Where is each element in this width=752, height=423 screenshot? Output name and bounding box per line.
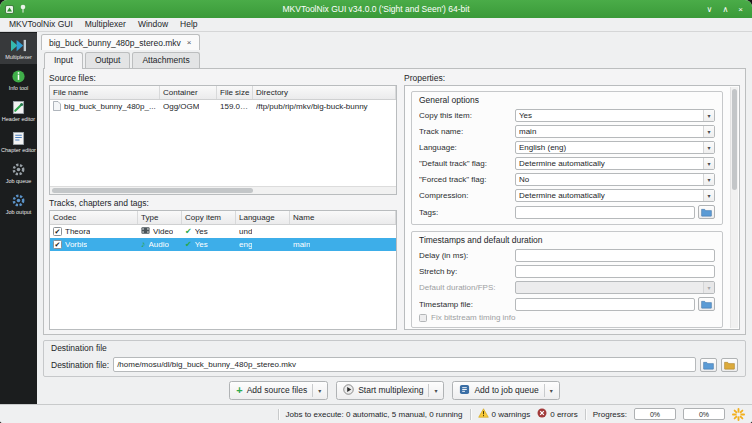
sidebar-item-job-output[interactable]: Job output: [0, 188, 37, 219]
sidebar-item-job-queue[interactable]: Job queue: [0, 157, 37, 188]
tool-sidebar: Multiplexer Info tool Header editor Chap…: [0, 32, 37, 404]
folder-icon: [701, 295, 712, 313]
source-files-horizontal-scrollbar[interactable]: [50, 186, 396, 194]
copy-item-cell: ✔ Yes: [182, 225, 236, 238]
mkvtoolnix-window: MKVToolNix GUI v34.0.0 ('Sight and Seen'…: [0, 0, 752, 423]
button-separator: [544, 384, 545, 397]
scrollbar-thumb[interactable]: [52, 188, 253, 193]
properties-panel: General options Copy this item: Yes ▾: [404, 85, 740, 330]
source-file-row[interactable]: big_buck_bunny_480p_... Ogg/OGM 159.0 Mi…: [50, 100, 396, 113]
column-header-name[interactable]: Name: [290, 211, 396, 224]
progress-label: Progress:: [593, 410, 627, 419]
column-header-language[interactable]: Language: [236, 211, 290, 224]
warnings-status: 0 warnings: [478, 408, 531, 420]
language-select[interactable]: English (eng) ▾: [515, 141, 715, 154]
close-button[interactable]: ×: [738, 2, 743, 17]
delay-input[interactable]: [515, 249, 715, 262]
titlebar[interactable]: MKVToolNix GUI v34.0.0 ('Sight and Seen'…: [0, 0, 752, 18]
start-multiplexing-button[interactable]: Start multiplexing ▾: [336, 381, 444, 400]
tab-close-icon[interactable]: ×: [187, 39, 192, 47]
add-to-job-queue-label: Add to job queue: [474, 385, 538, 395]
dropdown-arrow-icon[interactable]: ▾: [434, 387, 437, 394]
column-header-codec[interactable]: Codec: [50, 211, 138, 224]
browse-timestamp-file-button[interactable]: [698, 297, 715, 311]
destination-file-input[interactable]: /home/mosu/dl/big_buck_bunny_480p_stereo…: [113, 357, 696, 372]
codec-cell: ✔ Vorbis: [50, 238, 138, 251]
minimize-button[interactable]: ∨: [707, 2, 713, 17]
source-files-table[interactable]: File name Container File size Directory …: [49, 85, 397, 195]
tab-attachments[interactable]: Attachments: [132, 52, 199, 68]
source-files-label: Source files:: [49, 73, 397, 85]
track-checkbox[interactable]: ✔: [53, 240, 62, 249]
scrollbar-thumb[interactable]: [732, 89, 737, 190]
sidebar-item-label: Chapter editor: [1, 147, 36, 153]
timestamp-file-label: Timestamp file:: [419, 300, 511, 309]
compression-label: Compression:: [419, 191, 511, 200]
track-name-combobox[interactable]: main ▾: [515, 125, 715, 138]
sidebar-item-label: Job queue: [6, 178, 32, 184]
forced-track-flag-select[interactable]: No ▾: [515, 173, 715, 186]
tracks-label: Tracks, chapters and tags:: [49, 198, 397, 210]
error-icon: [537, 408, 547, 420]
column-header-file-name[interactable]: File name: [50, 86, 160, 99]
stretch-by-input[interactable]: [515, 265, 715, 278]
properties-label: Properties:: [404, 73, 740, 85]
default-track-flag-select[interactable]: Determine automatically ▾: [515, 157, 715, 170]
track-checkbox[interactable]: ✔: [53, 227, 62, 236]
column-header-container[interactable]: Container: [160, 86, 217, 99]
menu-multiplexer[interactable]: Multiplexer: [79, 18, 132, 31]
menu-window[interactable]: Window: [132, 18, 174, 31]
browse-tags-button[interactable]: [698, 205, 715, 219]
tracks-empty-area: [50, 251, 396, 329]
dropdown-arrow-icon[interactable]: ▾: [318, 387, 321, 394]
sidebar-item-multiplexer[interactable]: Multiplexer: [0, 33, 37, 64]
tags-input[interactable]: [515, 206, 695, 219]
add-to-job-queue-button[interactable]: Add to job queue ▾: [452, 381, 559, 400]
dropdown-arrow-icon: ▾: [703, 110, 714, 121]
checkmark-icon: ✔: [55, 241, 61, 248]
progress-bar-current: 0%: [634, 408, 676, 420]
tab-input[interactable]: Input: [44, 52, 83, 69]
dropdown-arrow-icon: ▾: [703, 174, 714, 185]
column-header-directory[interactable]: Directory: [253, 86, 396, 99]
tracks-table[interactable]: Codec Type Copy item Language Name ✔ The…: [49, 210, 397, 330]
copy-this-item-select[interactable]: Yes ▾: [515, 109, 715, 122]
track-name-label: Track name:: [419, 127, 511, 136]
column-header-copy-item[interactable]: Copy item: [182, 211, 236, 224]
column-header-file-size[interactable]: File size: [217, 86, 253, 99]
source-files-empty-area: [50, 113, 396, 186]
plus-icon: +: [236, 385, 242, 396]
column-header-type[interactable]: Type: [138, 211, 182, 224]
sidebar-item-info-tool[interactable]: Info tool: [0, 64, 37, 95]
menu-help[interactable]: Help: [174, 18, 203, 31]
browse-destination-button[interactable]: [700, 358, 717, 372]
document-tab[interactable]: big_buck_bunny_480p_stereo.mkv ×: [41, 34, 200, 50]
type-cell: Video: [138, 225, 182, 238]
compression-select[interactable]: Determine automatically ▾: [515, 189, 715, 202]
menu-mkvtoolnix-gui[interactable]: MKVToolNix GUI: [3, 18, 79, 31]
menubar: MKVToolNix GUI Multiplexer Window Help: [0, 18, 752, 32]
track-row-video[interactable]: ✔ Theora Video ✔ Yes: [50, 225, 396, 238]
multiplexer-icon: [10, 37, 27, 53]
dropdown-arrow-icon[interactable]: ▾: [550, 387, 553, 394]
statusbar-separator: [585, 409, 586, 420]
open-destination-folder-button[interactable]: [721, 358, 738, 372]
properties-scrollbar[interactable]: [730, 87, 738, 328]
tab-output[interactable]: Output: [85, 52, 131, 68]
sidebar-item-chapter-editor[interactable]: Chapter editor: [0, 126, 37, 157]
app-icon[interactable]: [5, 0, 14, 18]
pin-icon[interactable]: [19, 0, 27, 18]
track-row-audio[interactable]: ✔ Vorbis ♪ Audio ✔ Yes: [50, 238, 396, 251]
header-editor-icon: [11, 99, 26, 115]
sidebar-item-header-editor[interactable]: Header editor: [0, 95, 37, 126]
directory-cell: /ftp/pub/rip/mkv/big-buck-bunny: [253, 100, 396, 113]
destination-group-title: Destination file: [51, 343, 738, 353]
timestamp-file-input[interactable]: [515, 298, 695, 311]
destination-file-group: Destination file Destination file: /home…: [43, 340, 746, 377]
checkmark-icon: ✔: [55, 228, 61, 235]
add-source-files-label: Add source files: [247, 385, 307, 395]
add-source-files-button[interactable]: + Add source files ▾: [229, 381, 328, 400]
maximize-button[interactable]: ∧: [722, 2, 728, 17]
general-options-group: General options Copy this item: Yes ▾: [411, 91, 723, 225]
input-tab-pane: Source files: File name Container File s…: [43, 68, 746, 335]
